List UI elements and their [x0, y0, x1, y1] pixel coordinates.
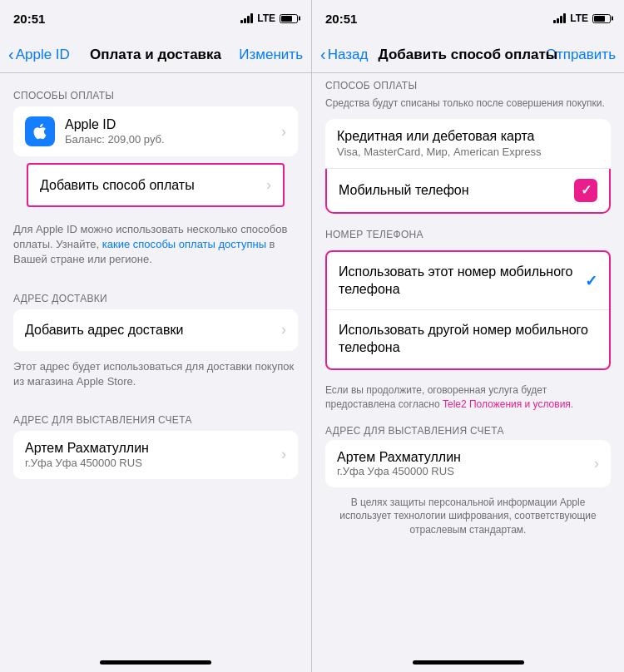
- battery-fill-right: [594, 16, 605, 22]
- add-payment-chevron-icon: ›: [266, 176, 271, 194]
- apple-icon: [25, 116, 55, 146]
- info-link[interactable]: какие способы оплаты доступны: [102, 238, 266, 250]
- payment-method-header: СПОСОБ ОПЛАТЫ: [312, 73, 624, 95]
- back-button-left[interactable]: ‹ Apple ID: [8, 47, 70, 63]
- nav-title-left: Оплата и доставка: [90, 47, 221, 63]
- delivery-list: Добавить адрес доставки ›: [13, 309, 298, 351]
- add-delivery-item[interactable]: Добавить адрес доставки ›: [13, 309, 298, 351]
- lte-label: LTE: [257, 12, 275, 24]
- terms-link[interactable]: Tele2 Положения и условия: [443, 398, 571, 410]
- payment-list: Apple ID Баланс: 209,00 руб. ›: [13, 106, 298, 156]
- add-delivery-text: Добавить адрес доставки: [25, 323, 278, 338]
- billing-list: Артем Рахматуллин г.Уфа Уфа 450000 RUS ›: [13, 431, 298, 479]
- content-right: СПОСОБ ОПЛАТЫ Средства будут списаны тол…: [312, 73, 624, 655]
- mobile-phone-title: Мобильный телефон: [339, 183, 469, 198]
- signal-icon: [240, 13, 253, 23]
- nav-bar-left: ‹ Apple ID Оплата и доставка Изменить: [0, 37, 311, 73]
- billing-address: г.Уфа Уфа 450000 RUS: [25, 457, 278, 469]
- battery-fill: [281, 16, 292, 22]
- home-bar-right: [413, 660, 524, 665]
- billing-address-info: Артем Рахматуллин г.Уфа Уфа 450000 RUS: [337, 450, 461, 477]
- phone-number-header: НОМЕР ТЕЛЕФОНА: [312, 222, 624, 244]
- left-screen: 20:51 LTE ‹ Apple ID Оплата и доставка И…: [0, 0, 312, 672]
- apple-logo-icon: [31, 122, 49, 141]
- nav-bar-right: ‹ Назад Добавить способ оплаты Отправить: [312, 37, 624, 73]
- content-left: СПОСОБЫ ОПЛАТЫ Apple ID Баланс: 209,00 р…: [0, 73, 311, 655]
- billing-chevron-right-icon: ›: [594, 455, 599, 472]
- security-text: В целях защиты персональной информации A…: [312, 487, 624, 554]
- mobile-phone-checkbox[interactable]: ✓: [574, 179, 597, 202]
- payment-method-info: Средства будут списаны только после сове…: [312, 95, 624, 119]
- apple-id-subtitle: Баланс: 209,00 руб.: [65, 133, 278, 146]
- home-bar: [100, 660, 211, 665]
- status-bar-right: 20:51 LTE: [312, 0, 624, 37]
- signal-icon-right: [553, 13, 566, 23]
- credit-card-subtitle: Visa, MasterCard, Мир, American Express: [337, 146, 599, 158]
- add-delivery-label: Добавить адрес доставки: [25, 323, 278, 338]
- apple-id-title: Apple ID: [65, 117, 278, 132]
- back-button-right[interactable]: ‹ Назад: [320, 47, 368, 63]
- add-payment-button[interactable]: Добавить способ оплаты ›: [27, 163, 285, 207]
- apple-id-chevron-icon: ›: [281, 123, 286, 141]
- billing-addr-right: г.Уфа Уфа 450000 RUS: [337, 465, 461, 477]
- apple-id-text: Apple ID Баланс: 209,00 руб.: [65, 117, 278, 146]
- nav-action-left[interactable]: Изменить: [239, 47, 303, 63]
- use-this-phone-option[interactable]: Использовать этот номер мобильного телеф…: [327, 252, 609, 311]
- delivery-info-text: Этот адрес будет использоваться для дост…: [0, 351, 311, 398]
- billing-text: Артем Рахматуллин г.Уфа Уфа 450000 RUS: [25, 441, 278, 469]
- back-label-left: Apple ID: [16, 47, 70, 63]
- billing-address-right[interactable]: Артем Рахматуллин г.Уфа Уфа 450000 RUS ›: [325, 440, 611, 487]
- add-delivery-chevron-icon: ›: [281, 321, 286, 338]
- lte-label-right: LTE: [570, 12, 588, 24]
- apple-id-item[interactable]: Apple ID Баланс: 209,00 руб. ›: [13, 106, 298, 156]
- payment-methods-header: СПОСОБЫ ОПЛАТЫ: [0, 73, 311, 106]
- add-payment-wrapper: Добавить способ оплаты ›: [13, 163, 298, 207]
- billing-item[interactable]: Артем Рахматуллин г.Уфа Уфа 450000 RUS ›: [13, 431, 298, 479]
- terms-text: Если вы продолжите, оговоренная услуга б…: [312, 377, 624, 418]
- battery-icon: [280, 14, 298, 23]
- mobile-phone-option[interactable]: Мобильный телефон ✓: [325, 169, 611, 214]
- back-chevron-icon: ‹: [8, 46, 14, 62]
- nav-title-right: Добавить способ оплаты: [379, 47, 558, 63]
- status-icons-left: LTE: [240, 12, 298, 24]
- back-label-right: Назад: [328, 47, 369, 63]
- home-indicator-left: [0, 655, 311, 672]
- phone-selected-icon: ✓: [585, 272, 597, 290]
- time-left: 20:51: [13, 12, 45, 26]
- delivery-address-header: АДРЕС ДОСТАВКИ: [0, 276, 311, 309]
- checkmark-icon: ✓: [581, 182, 592, 198]
- right-screen: 20:51 LTE ‹ Назад Добавить способ оплаты…: [312, 0, 624, 672]
- use-this-phone-label: Использовать этот номер мобильного телеф…: [339, 264, 585, 299]
- phone-number-section: Использовать этот номер мобильного телеф…: [325, 250, 611, 370]
- billing-header-right: АДРЕС ДЛЯ ВЫСТАВЛЕНИЯ СЧЕТА: [312, 418, 624, 440]
- time-right: 20:51: [325, 12, 357, 26]
- payment-info-text: Для Apple ID можно использовать нескольк…: [0, 214, 311, 276]
- use-other-phone-label: Использовать другой номер мобильного тел…: [339, 322, 597, 357]
- billing-name-right: Артем Рахматуллин: [337, 450, 461, 465]
- bottom-spacer: [0, 479, 311, 492]
- credit-card-inner: Кредитная или дебетовая карта Visa, Mast…: [325, 119, 611, 168]
- billing-chevron-icon: ›: [281, 446, 286, 463]
- billing-name: Артем Рахматуллин: [25, 441, 278, 456]
- back-chevron-icon-right: ‹: [320, 46, 326, 62]
- credit-card-option[interactable]: Кредитная или дебетовая карта Visa, Mast…: [325, 119, 611, 169]
- use-other-phone-option[interactable]: Использовать другой номер мобильного тел…: [327, 310, 609, 368]
- billing-address-header: АДРЕС ДЛЯ ВЫСТАВЛЕНИЯ СЧЕТА: [0, 398, 311, 431]
- battery-icon-right: [592, 14, 611, 23]
- status-icons-right: LTE: [553, 12, 611, 24]
- home-indicator-right: [312, 655, 624, 672]
- status-bar-left: 20:51 LTE: [0, 0, 311, 37]
- add-payment-label: Добавить способ оплаты: [40, 178, 195, 193]
- credit-card-title: Кредитная или дебетовая карта: [337, 129, 599, 144]
